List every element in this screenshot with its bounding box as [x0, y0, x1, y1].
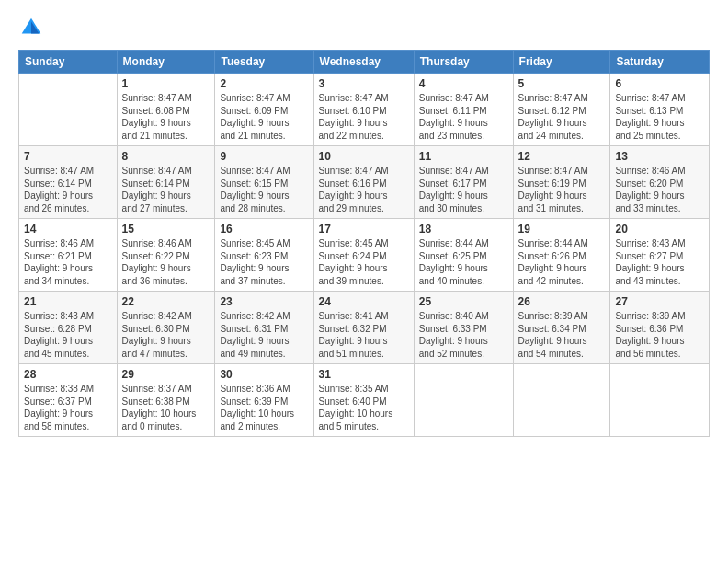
day-number: 9: [220, 150, 308, 163]
header-day-wednesday: Wednesday: [313, 51, 414, 74]
calendar-cell: 27Sunrise: 8:39 AMSunset: 6:36 PMDayligh…: [610, 292, 710, 364]
calendar-cell: 10Sunrise: 8:47 AMSunset: 6:16 PMDayligh…: [313, 146, 414, 219]
day-info: Sunrise: 8:47 AMSunset: 6:14 PMDaylight:…: [122, 165, 210, 214]
day-number: 3: [319, 77, 409, 90]
day-info: Sunrise: 8:47 AMSunset: 6:12 PMDaylight:…: [518, 92, 606, 142]
calendar-cell: [513, 364, 610, 437]
week-row-2: 7Sunrise: 8:47 AMSunset: 6:14 PMDaylight…: [19, 146, 710, 219]
calendar-cell: 3Sunrise: 8:47 AMSunset: 6:10 PMDaylight…: [313, 74, 414, 146]
day-number: 5: [518, 77, 606, 90]
day-info: Sunrise: 8:44 AMSunset: 6:26 PMDaylight:…: [518, 237, 606, 287]
header: [18, 15, 710, 40]
day-number: 20: [615, 223, 704, 236]
day-info: Sunrise: 8:47 AMSunset: 6:09 PMDaylight:…: [220, 92, 308, 142]
day-info: Sunrise: 8:36 AMSunset: 6:39 PMDaylight:…: [220, 383, 308, 432]
day-info: Sunrise: 8:44 AMSunset: 6:25 PMDaylight:…: [419, 237, 508, 287]
calendar-cell: 6Sunrise: 8:47 AMSunset: 6:13 PMDaylight…: [610, 74, 710, 146]
calendar-cell: 15Sunrise: 8:46 AMSunset: 6:22 PMDayligh…: [117, 219, 215, 292]
day-number: 10: [319, 150, 409, 163]
day-info: Sunrise: 8:47 AMSunset: 6:10 PMDaylight:…: [319, 92, 409, 142]
day-info: Sunrise: 8:45 AMSunset: 6:23 PMDaylight:…: [220, 237, 308, 287]
day-info: Sunrise: 8:42 AMSunset: 6:31 PMDaylight:…: [220, 310, 308, 360]
calendar-cell: 8Sunrise: 8:47 AMSunset: 6:14 PMDaylight…: [117, 146, 215, 219]
calendar-cell: 21Sunrise: 8:43 AMSunset: 6:28 PMDayligh…: [19, 292, 118, 364]
day-number: 1: [122, 77, 210, 90]
logo-icon: [18, 15, 44, 40]
header-day-sunday: Sunday: [19, 51, 118, 74]
day-number: 11: [419, 150, 508, 163]
calendar-cell: 14Sunrise: 8:46 AMSunset: 6:21 PMDayligh…: [19, 219, 118, 292]
day-info: Sunrise: 8:47 AMSunset: 6:13 PMDaylight:…: [615, 92, 704, 142]
calendar-cell: 23Sunrise: 8:42 AMSunset: 6:31 PMDayligh…: [215, 292, 313, 364]
header-day-thursday: Thursday: [414, 51, 513, 74]
header-row: SundayMondayTuesdayWednesdayThursdayFrid…: [19, 51, 710, 74]
week-row-5: 28Sunrise: 8:38 AMSunset: 6:37 PMDayligh…: [19, 364, 710, 437]
day-info: Sunrise: 8:46 AMSunset: 6:22 PMDaylight:…: [122, 237, 210, 287]
day-number: 7: [24, 150, 112, 163]
day-info: Sunrise: 8:42 AMSunset: 6:30 PMDaylight:…: [122, 310, 210, 360]
day-info: Sunrise: 8:47 AMSunset: 6:14 PMDaylight:…: [24, 165, 112, 214]
day-number: 17: [319, 223, 409, 236]
day-info: Sunrise: 8:38 AMSunset: 6:37 PMDaylight:…: [24, 383, 112, 432]
day-info: Sunrise: 8:47 AMSunset: 6:15 PMDaylight:…: [220, 165, 308, 214]
calendar-cell: 1Sunrise: 8:47 AMSunset: 6:08 PMDaylight…: [117, 74, 215, 146]
calendar-header: SundayMondayTuesdayWednesdayThursdayFrid…: [19, 51, 710, 74]
day-number: 18: [419, 223, 508, 236]
calendar-cell: [414, 364, 513, 437]
calendar-cell: 18Sunrise: 8:44 AMSunset: 6:25 PMDayligh…: [414, 219, 513, 292]
day-info: Sunrise: 8:40 AMSunset: 6:33 PMDaylight:…: [419, 310, 508, 360]
calendar-cell: 26Sunrise: 8:39 AMSunset: 6:34 PMDayligh…: [513, 292, 610, 364]
day-number: 19: [518, 223, 606, 236]
day-number: 16: [220, 223, 308, 236]
day-info: Sunrise: 8:41 AMSunset: 6:32 PMDaylight:…: [319, 310, 409, 360]
day-info: Sunrise: 8:43 AMSunset: 6:27 PMDaylight:…: [615, 237, 704, 287]
day-number: 14: [24, 223, 112, 236]
day-info: Sunrise: 8:46 AMSunset: 6:21 PMDaylight:…: [24, 237, 112, 287]
day-info: Sunrise: 8:39 AMSunset: 6:36 PMDaylight:…: [615, 310, 704, 360]
day-number: 2: [220, 77, 308, 90]
day-number: 27: [615, 295, 704, 308]
day-number: 22: [122, 295, 210, 308]
calendar-cell: 31Sunrise: 8:35 AMSunset: 6:40 PMDayligh…: [313, 364, 414, 437]
day-number: 30: [220, 368, 308, 381]
header-day-tuesday: Tuesday: [215, 51, 313, 74]
day-info: Sunrise: 8:39 AMSunset: 6:34 PMDaylight:…: [518, 310, 606, 360]
calendar-cell: 16Sunrise: 8:45 AMSunset: 6:23 PMDayligh…: [215, 219, 313, 292]
calendar-cell: [610, 364, 710, 437]
calendar-cell: 7Sunrise: 8:47 AMSunset: 6:14 PMDaylight…: [19, 146, 118, 219]
day-info: Sunrise: 8:43 AMSunset: 6:28 PMDaylight:…: [24, 310, 112, 360]
day-info: Sunrise: 8:35 AMSunset: 6:40 PMDaylight:…: [319, 383, 409, 432]
day-number: 12: [518, 150, 606, 163]
day-info: Sunrise: 8:47 AMSunset: 6:08 PMDaylight:…: [122, 92, 210, 142]
calendar-cell: 2Sunrise: 8:47 AMSunset: 6:09 PMDaylight…: [215, 74, 313, 146]
page: SundayMondayTuesdayWednesdayThursdayFrid…: [0, 0, 728, 563]
day-number: 29: [122, 368, 210, 381]
calendar-cell: 28Sunrise: 8:38 AMSunset: 6:37 PMDayligh…: [19, 364, 118, 437]
day-number: 23: [220, 295, 308, 308]
day-number: 6: [615, 77, 704, 90]
calendar-cell: 24Sunrise: 8:41 AMSunset: 6:32 PMDayligh…: [313, 292, 414, 364]
day-number: 31: [319, 368, 409, 381]
calendar-cell: 17Sunrise: 8:45 AMSunset: 6:24 PMDayligh…: [313, 219, 414, 292]
calendar-cell: 22Sunrise: 8:42 AMSunset: 6:30 PMDayligh…: [117, 292, 215, 364]
day-number: 8: [122, 150, 210, 163]
calendar-cell: 5Sunrise: 8:47 AMSunset: 6:12 PMDaylight…: [513, 74, 610, 146]
calendar-cell: 20Sunrise: 8:43 AMSunset: 6:27 PMDayligh…: [610, 219, 710, 292]
calendar-table: SundayMondayTuesdayWednesdayThursdayFrid…: [18, 50, 710, 437]
day-number: 21: [24, 295, 112, 308]
header-day-saturday: Saturday: [610, 51, 710, 74]
week-row-1: 1Sunrise: 8:47 AMSunset: 6:08 PMDaylight…: [19, 74, 710, 146]
header-day-monday: Monday: [117, 51, 215, 74]
calendar-cell: [19, 74, 118, 146]
logo: [18, 15, 48, 40]
day-info: Sunrise: 8:37 AMSunset: 6:38 PMDaylight:…: [122, 383, 210, 432]
day-info: Sunrise: 8:47 AMSunset: 6:19 PMDaylight:…: [518, 165, 606, 214]
calendar-cell: 29Sunrise: 8:37 AMSunset: 6:38 PMDayligh…: [117, 364, 215, 437]
week-row-4: 21Sunrise: 8:43 AMSunset: 6:28 PMDayligh…: [19, 292, 710, 364]
day-number: 26: [518, 295, 606, 308]
day-info: Sunrise: 8:47 AMSunset: 6:16 PMDaylight:…: [319, 165, 409, 214]
calendar-cell: 11Sunrise: 8:47 AMSunset: 6:17 PMDayligh…: [414, 146, 513, 219]
day-number: 13: [615, 150, 704, 163]
calendar-cell: 13Sunrise: 8:46 AMSunset: 6:20 PMDayligh…: [610, 146, 710, 219]
calendar-cell: 9Sunrise: 8:47 AMSunset: 6:15 PMDaylight…: [215, 146, 313, 219]
